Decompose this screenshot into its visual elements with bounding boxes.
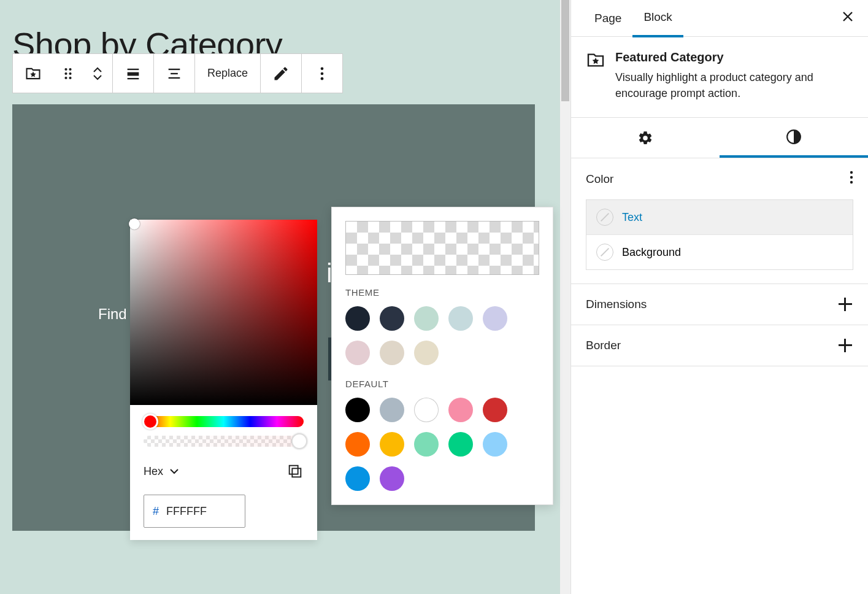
default-swatch[interactable] xyxy=(448,432,473,457)
content-center-icon xyxy=(166,65,183,82)
tab-block[interactable]: Block xyxy=(632,0,683,37)
background-color-swatch xyxy=(596,244,613,261)
block-description: Visually highlight a product category an… xyxy=(615,69,853,101)
saturation-field[interactable] xyxy=(130,220,317,405)
sidebar-tabs: Page Block xyxy=(571,0,868,37)
chevron-down-icon xyxy=(169,468,179,474)
color-panel: Color Text Background xyxy=(571,158,868,284)
gear-icon xyxy=(637,130,653,146)
more-options-button[interactable] xyxy=(302,54,342,93)
svg-point-5 xyxy=(69,76,71,79)
default-swatch[interactable] xyxy=(414,398,439,422)
svg-point-4 xyxy=(64,76,67,79)
color-preview[interactable] xyxy=(345,221,539,275)
theme-swatch[interactable] xyxy=(380,306,404,331)
default-swatch[interactable] xyxy=(483,432,507,457)
svg-rect-16 xyxy=(290,466,298,474)
theme-swatch[interactable] xyxy=(483,306,507,331)
block-name: Featured Category xyxy=(615,50,853,64)
theme-colors-label: THEME xyxy=(345,287,539,298)
drag-icon xyxy=(60,65,77,82)
align-button[interactable] xyxy=(113,54,153,93)
dimensions-panel: Dimensions xyxy=(571,284,868,325)
hex-input-wrapper[interactable]: # xyxy=(144,495,245,528)
hex-input[interactable] xyxy=(166,505,236,518)
theme-swatch[interactable] xyxy=(345,341,370,365)
border-add-button[interactable] xyxy=(837,338,853,353)
pencil-icon xyxy=(272,65,290,82)
alpha-handle[interactable] xyxy=(291,433,307,449)
content-position-button[interactable] xyxy=(154,54,194,93)
dimensions-panel-title: Dimensions xyxy=(586,298,647,311)
svg-point-20 xyxy=(850,181,853,183)
subtab-settings[interactable] xyxy=(571,118,720,158)
styles-icon xyxy=(786,129,802,145)
text-color-swatch xyxy=(596,209,613,226)
color-item-text[interactable]: Text xyxy=(586,200,853,234)
default-swatch[interactable] xyxy=(448,398,473,422)
color-item-background[interactable]: Background xyxy=(586,234,853,269)
close-sidebar-button[interactable] xyxy=(839,9,857,27)
default-swatch[interactable] xyxy=(380,466,404,491)
copy-color-button[interactable] xyxy=(286,463,304,480)
color-picker-popover: Hex # xyxy=(130,220,317,540)
theme-swatch[interactable] xyxy=(380,341,404,365)
inspector-subtabs xyxy=(571,118,868,158)
svg-point-1 xyxy=(69,68,71,70)
svg-point-12 xyxy=(321,67,324,70)
theme-swatch[interactable] xyxy=(414,306,439,331)
svg-rect-7 xyxy=(128,72,139,75)
theme-swatch[interactable] xyxy=(448,306,473,331)
chevron-up-icon xyxy=(93,67,102,73)
featured-category-icon xyxy=(586,50,605,70)
default-swatch-grid xyxy=(345,398,539,491)
canvas-scrollbar[interactable]: ▲ xyxy=(560,0,570,594)
tab-page[interactable]: Page xyxy=(583,1,632,36)
theme-swatch-grid xyxy=(345,306,539,365)
scrollbar-thumb[interactable] xyxy=(561,0,569,101)
default-swatch[interactable] xyxy=(414,432,439,457)
editor-canvas: Shop by Category xyxy=(0,0,570,594)
theme-swatch[interactable] xyxy=(414,341,439,365)
default-swatch[interactable] xyxy=(345,432,370,457)
hue-slider[interactable] xyxy=(144,416,304,427)
hue-handle[interactable] xyxy=(142,414,158,430)
color-panel-menu[interactable] xyxy=(850,171,853,187)
alpha-slider[interactable] xyxy=(144,436,304,447)
svg-point-13 xyxy=(321,72,324,75)
dimensions-add-button[interactable] xyxy=(837,296,853,312)
default-swatch[interactable] xyxy=(345,398,370,422)
block-toolbar: Replace xyxy=(12,53,343,93)
block-mover[interactable] xyxy=(83,54,112,93)
theme-swatch[interactable] xyxy=(345,306,370,331)
featured-category-icon xyxy=(25,65,42,82)
edit-button[interactable] xyxy=(261,54,301,93)
drag-handle[interactable] xyxy=(53,54,83,93)
color-swatch-popover: THEME DEFAULT xyxy=(331,207,553,505)
default-colors-label: DEFAULT xyxy=(345,379,539,389)
border-panel-title: Border xyxy=(586,339,621,352)
chevron-down-icon xyxy=(93,74,102,80)
default-swatch[interactable] xyxy=(380,432,404,457)
svg-rect-15 xyxy=(292,468,301,477)
more-vertical-icon xyxy=(850,171,853,184)
block-type-button[interactable] xyxy=(13,54,53,93)
close-icon xyxy=(841,10,855,23)
text-color-label: Text xyxy=(622,211,642,224)
default-swatch[interactable] xyxy=(380,398,404,422)
subtab-styles[interactable] xyxy=(720,118,868,158)
replace-button[interactable]: Replace xyxy=(195,54,260,93)
more-vertical-icon xyxy=(313,65,331,82)
hash-symbol: # xyxy=(153,505,159,518)
svg-point-19 xyxy=(850,176,853,179)
block-info: Featured Category Visually highlight a p… xyxy=(571,37,868,118)
default-swatch[interactable] xyxy=(483,398,507,422)
svg-point-18 xyxy=(850,171,853,174)
svg-point-3 xyxy=(69,72,71,74)
color-format-select[interactable]: Hex xyxy=(144,465,179,478)
svg-point-0 xyxy=(64,68,67,70)
svg-point-2 xyxy=(64,72,67,74)
align-full-icon xyxy=(125,65,142,82)
saturation-handle[interactable] xyxy=(129,218,140,230)
default-swatch[interactable] xyxy=(345,466,370,491)
